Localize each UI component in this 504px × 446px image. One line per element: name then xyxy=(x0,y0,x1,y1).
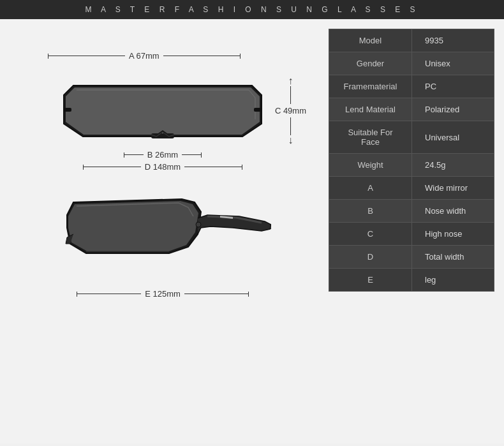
brand-title: M A S T E R F A S H I O N S U N G L A S … xyxy=(85,5,419,14)
spec-label: Gender xyxy=(329,52,412,75)
site-header: M A S T E R F A S H I O N S U N G L A S … xyxy=(0,0,504,19)
table-row: Weight 24.5g xyxy=(329,154,494,177)
spec-value: Polarized xyxy=(412,98,494,121)
spec-label: Weight xyxy=(329,154,412,177)
spec-value: Wide mirror xyxy=(412,177,494,200)
spec-value: High nose xyxy=(412,223,494,246)
spec-label: Suitable For Face xyxy=(329,121,412,154)
dimension-c: ↑ C 49mm ↓ xyxy=(275,76,306,145)
spec-value: 9935 xyxy=(412,29,494,52)
table-row: Suitable For Face Universal xyxy=(329,121,494,154)
dimension-d: D 148mm xyxy=(54,162,271,172)
spec-label: C xyxy=(329,223,412,246)
spec-value: Universal xyxy=(412,121,494,154)
glasses-front-svg xyxy=(54,63,271,146)
table-row: D Total width xyxy=(329,246,494,269)
specs-panel: Model 9935 Gender Unisex Framematerial P… xyxy=(319,19,504,443)
table-row: A Wide mirror xyxy=(329,177,494,200)
table-row: C High nose xyxy=(329,223,494,246)
table-row: Lend Material Polarized xyxy=(329,98,494,121)
spec-label: E xyxy=(329,269,412,292)
table-row: Model 9935 xyxy=(329,29,494,52)
dimension-b: B 26mm xyxy=(54,150,271,160)
table-row: Gender Unisex xyxy=(329,52,494,75)
spec-label: Lend Material xyxy=(329,98,412,121)
spec-value: Total width xyxy=(412,246,494,269)
spec-value: Nose width xyxy=(412,200,494,223)
side-diagram: E 125mm xyxy=(54,183,271,299)
spec-label: Model xyxy=(329,29,412,52)
spec-label: B xyxy=(329,200,412,223)
spec-value: Unisex xyxy=(412,52,494,75)
diagram-panel: A 67mm ↑ C 49mm ↓ xyxy=(0,19,319,443)
main-content: A 67mm ↑ C 49mm ↓ xyxy=(0,19,504,443)
front-diagram: A 67mm ↑ C 49mm ↓ xyxy=(41,51,284,172)
dimension-a: A 67mm xyxy=(48,51,241,61)
spec-label: Framematerial xyxy=(329,75,412,98)
spec-label: D xyxy=(329,246,412,269)
spec-value: PC xyxy=(412,75,494,98)
spec-value: leg xyxy=(412,269,494,292)
table-row: E leg xyxy=(329,269,494,292)
spec-label: A xyxy=(329,177,412,200)
spec-value: 24.5g xyxy=(412,154,494,177)
svg-point-3 xyxy=(196,222,201,227)
dimension-e: E 125mm xyxy=(54,289,271,299)
svg-rect-2 xyxy=(254,108,262,112)
table-row: Framematerial PC xyxy=(329,75,494,98)
svg-rect-1 xyxy=(64,108,71,112)
glasses-side-svg xyxy=(54,183,271,285)
table-row: B Nose width xyxy=(329,200,494,223)
specs-table: Model 9935 Gender Unisex Framematerial P… xyxy=(329,29,494,292)
